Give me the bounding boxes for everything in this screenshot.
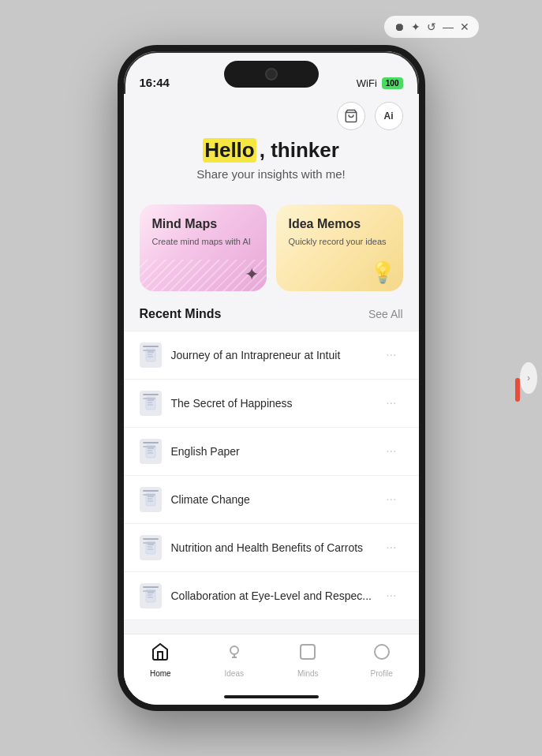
- item-title: Collaboration at Eye-Level and Respec...: [171, 589, 380, 602]
- svg-rect-17: [146, 541, 155, 554]
- idea-memos-title: Idea Memos: [289, 217, 391, 231]
- home-indicator: [224, 695, 319, 698]
- document-icon: [140, 391, 162, 416]
- list-item[interactable]: English Paper ···: [124, 428, 419, 476]
- svg-point-25: [230, 646, 238, 654]
- item-title: Nutrition and Health Benefits of Carrots: [171, 541, 380, 554]
- nav-item-minds[interactable]: Minds: [271, 642, 346, 678]
- document-icon: [140, 583, 162, 608]
- item-more-button[interactable]: ···: [379, 537, 402, 558]
- item-more-button[interactable]: ···: [379, 489, 402, 510]
- record-icon[interactable]: ⏺: [394, 21, 405, 33]
- status-time: 16:44: [140, 76, 170, 89]
- refresh-icon[interactable]: ↺: [427, 21, 436, 33]
- sidebar-toggle[interactable]: ›: [520, 362, 537, 394]
- item-more-button[interactable]: ···: [379, 441, 402, 462]
- profile-icon: [372, 642, 391, 666]
- recent-items-list: Journey of an Intrapreneur at Intuit ···…: [124, 331, 419, 634]
- mind-maps-subtitle: Create mind maps with AI: [152, 236, 254, 248]
- profile-label: Profile: [371, 669, 393, 678]
- hello-highlight: Hello: [203, 138, 256, 163]
- idea-memos-subtitle: Quickly record your ideas: [289, 236, 391, 248]
- scroll-indicator: [515, 378, 520, 402]
- desktop: ⏺ ✦ ↺ — ✕ › 16:44 WiFi 100: [0, 0, 542, 756]
- screen-content: Ai Hello , thinker Share your insights w…: [124, 94, 419, 705]
- item-more-button[interactable]: ···: [379, 393, 402, 414]
- hero-section: Hello , thinker Share your insights with…: [124, 130, 419, 196]
- nav-item-profile[interactable]: Profile: [345, 642, 419, 678]
- list-item[interactable]: The Secret of Happiness ···: [124, 380, 419, 428]
- close-icon[interactable]: ✕: [460, 21, 469, 33]
- feature-cards: Mind Maps Create mind maps with AI ✦ Ide…: [124, 196, 419, 307]
- document-icon: [140, 342, 162, 368]
- see-all-button[interactable]: See All: [368, 308, 403, 320]
- ideas-label: Ideas: [225, 669, 244, 678]
- svg-rect-21: [146, 589, 155, 602]
- nav-item-home[interactable]: Home: [124, 642, 198, 678]
- svg-rect-9: [146, 445, 155, 458]
- svg-rect-1: [146, 349, 155, 361]
- svg-rect-29: [375, 645, 389, 659]
- wifi-icon: WiFi: [357, 77, 377, 89]
- item-more-button[interactable]: ···: [379, 345, 402, 365]
- ai-button[interactable]: Ai: [375, 102, 403, 130]
- document-icon: [140, 439, 162, 464]
- list-item[interactable]: Nutrition and Health Benefits of Carrots…: [124, 524, 419, 572]
- minds-label: Minds: [297, 669, 319, 678]
- header-icons: Ai: [124, 94, 419, 130]
- mind-maps-card[interactable]: Mind Maps Create mind maps with AI ✦: [140, 204, 267, 291]
- camera-icon: [265, 68, 278, 80]
- recent-section-title: Recent Minds: [140, 307, 222, 321]
- top-controls-bar: ⏺ ✦ ↺ — ✕: [384, 16, 479, 38]
- item-title: English Paper: [171, 445, 380, 458]
- battery-indicator: 100: [382, 77, 403, 89]
- home-label: Home: [150, 669, 171, 678]
- minds-icon: [298, 642, 317, 666]
- nav-item-ideas[interactable]: Ideas: [197, 642, 271, 678]
- list-item[interactable]: Collaboration at Eye-Level and Respec...…: [124, 572, 419, 620]
- greeting-rest: , thinker: [260, 138, 339, 163]
- mind-maps-decoration: ✦: [245, 264, 259, 285]
- star-icon[interactable]: ✦: [411, 21, 421, 33]
- idea-memos-decoration: 💡: [370, 260, 395, 285]
- minimize-icon[interactable]: —: [443, 21, 454, 33]
- bottom-navigation: Home Ideas Minds: [124, 634, 419, 705]
- phone-frame: 16:44 WiFi 100 Ai: [118, 45, 425, 711]
- list-item[interactable]: Journey of an Intrapreneur at Intuit ···: [124, 331, 419, 380]
- home-icon: [151, 642, 170, 666]
- mind-maps-title: Mind Maps: [152, 217, 254, 231]
- svg-rect-13: [146, 493, 155, 506]
- ideas-icon: [225, 642, 244, 666]
- item-title: The Secret of Happiness: [171, 397, 380, 410]
- recent-section-header: Recent Minds See All: [124, 307, 419, 331]
- idea-memos-card[interactable]: Idea Memos Quickly record your ideas 💡: [276, 204, 403, 291]
- document-icon: [140, 535, 162, 560]
- dynamic-island: [224, 61, 319, 88]
- list-item[interactable]: Climate Change ···: [124, 476, 419, 524]
- svg-rect-28: [301, 645, 315, 659]
- item-title: Climate Change: [171, 493, 380, 506]
- document-icon: [140, 487, 162, 512]
- hero-subtitle: Share your insights with me!: [140, 167, 403, 181]
- basket-button[interactable]: [337, 102, 365, 130]
- hero-greeting: Hello , thinker: [140, 138, 403, 163]
- item-more-button[interactable]: ···: [379, 586, 402, 606]
- svg-rect-5: [146, 397, 155, 410]
- item-title: Journey of an Intrapreneur at Intuit: [171, 349, 380, 361]
- status-icons: WiFi 100: [357, 77, 403, 89]
